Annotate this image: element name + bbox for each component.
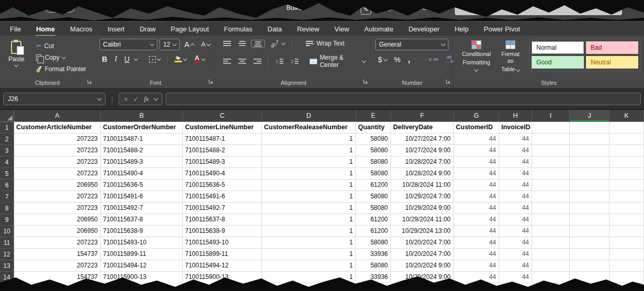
cell-K13[interactable] (610, 260, 644, 272)
cell-D6[interactable]: 1 (262, 180, 356, 191)
tab-developer[interactable]: Developer (408, 23, 440, 35)
cell-style-neutral[interactable]: Neutral (586, 56, 638, 69)
tab-home[interactable]: Home (36, 23, 55, 35)
column-header-C[interactable]: C (183, 110, 262, 122)
row-header-6[interactable]: 6 (0, 180, 14, 191)
cell-F2[interactable]: 10/27/2024 7:00 (391, 133, 454, 145)
cell-I2[interactable] (532, 133, 570, 145)
cell-E9[interactable]: 61200 (356, 214, 391, 226)
search-box[interactable] (455, 5, 622, 15)
cell-H14[interactable]: 44 (499, 272, 532, 283)
cell-C11[interactable]: 7100115493-10 (183, 237, 262, 249)
cell-E6[interactable]: 61200 (356, 180, 391, 191)
cell-K9[interactable] (610, 214, 644, 226)
cell-D9[interactable]: 1 (262, 214, 356, 226)
cell-C12[interactable]: 7100115899-11 (183, 249, 262, 260)
format-as-table-button[interactable]: Format as Table (495, 39, 526, 77)
underline-button[interactable]: U (122, 54, 132, 64)
cell-I8[interactable] (532, 203, 570, 214)
cell-F6[interactable]: 10/28/2024 11:00 (391, 180, 454, 191)
cell-F13[interactable]: 10/20/2024 9:00 (391, 260, 454, 272)
fx-chevron-icon[interactable] (154, 96, 158, 100)
cell-D13[interactable]: 1 (262, 260, 356, 272)
cell-E3[interactable]: 58080 (356, 145, 391, 156)
enter-icon[interactable]: ✓ (133, 95, 139, 103)
excel-app-icon[interactable]: X (23, 4, 33, 15)
grow-font-button[interactable]: A (182, 40, 197, 49)
increase-indent-button[interactable] (288, 58, 301, 65)
cell-F1[interactable]: DeliveryDate (391, 122, 454, 133)
cancel-icon[interactable]: × (124, 95, 128, 103)
cell-B6[interactable]: 7100115636-5 (101, 180, 183, 191)
cell-K7[interactable] (610, 191, 644, 203)
tab-formulas[interactable]: Formulas (224, 23, 253, 35)
cell-K5[interactable] (610, 168, 644, 180)
underline-chevron-icon[interactable] (134, 57, 138, 61)
alignment-dialog-launcher[interactable] (363, 76, 368, 86)
cell-K12[interactable] (610, 249, 644, 260)
cell-I14[interactable] (532, 272, 570, 283)
cell-A5[interactable]: 207223 (14, 168, 101, 180)
cell-A14[interactable]: 154737 (14, 272, 101, 283)
cell-C1[interactable]: CustomerLineNumber (183, 122, 262, 133)
cell-I3[interactable] (532, 145, 570, 156)
cell-J8[interactable] (570, 203, 610, 214)
row-header-7[interactable]: 7 (0, 191, 14, 203)
column-header-G[interactable]: G (454, 110, 499, 122)
cell-A1[interactable]: CustomerArticleNumber (14, 122, 101, 133)
paste-button[interactable]: Paste (4, 39, 29, 77)
cell-B1[interactable]: CustomerOrderNumber (101, 122, 183, 133)
align-left-button[interactable] (221, 58, 234, 65)
cell-J13[interactable] (570, 260, 610, 272)
cell-J11[interactable] (570, 237, 610, 249)
row-header-1[interactable]: 1 (0, 122, 14, 133)
cell-B10[interactable]: 7100115638-9 (101, 226, 183, 237)
cell-G12[interactable]: 44 (454, 249, 499, 260)
cell-D8[interactable]: 1 (262, 203, 356, 214)
cell-H8[interactable]: 44 (499, 203, 532, 214)
cell-J4[interactable] (570, 156, 610, 168)
italic-button[interactable]: I (112, 54, 120, 64)
align-center-button[interactable] (236, 58, 249, 65)
cell-A6[interactable]: 206950 (14, 180, 101, 191)
tab-macros[interactable]: Macros (70, 23, 93, 35)
cell-K8[interactable] (610, 203, 644, 214)
cell-C6[interactable]: 7100115636-5 (183, 180, 262, 191)
cell-C2[interactable]: 7100115487-1 (183, 133, 262, 145)
decrease-indent-button[interactable] (273, 58, 286, 65)
tab-data[interactable]: Data (267, 23, 282, 35)
cell-C3[interactable]: 7100115488-2 (183, 145, 262, 156)
cell-D4[interactable]: 1 (262, 156, 356, 168)
cell-J12[interactable] (570, 249, 610, 260)
cell-E11[interactable]: 58080 (356, 237, 391, 249)
cell-A13[interactable]: 207223 (14, 260, 101, 272)
column-header-K[interactable]: K (610, 110, 644, 122)
autosave-toggle[interactable] (45, 5, 74, 13)
tab-page-layout[interactable]: Page Layout (170, 23, 210, 35)
cell-D12[interactable]: 1 (262, 249, 356, 260)
cell-I11[interactable] (532, 237, 570, 249)
cell-E2[interactable]: 58080 (356, 133, 391, 145)
align-right-button[interactable] (251, 58, 264, 65)
cell-C10[interactable]: 7100115638-9 (183, 226, 262, 237)
select-all-corner[interactable] (0, 110, 14, 122)
cell-J3[interactable] (570, 145, 610, 156)
cell-D7[interactable]: 1 (262, 191, 356, 203)
cell-E7[interactable]: 58080 (356, 191, 391, 203)
column-header-J[interactable]: J (570, 110, 610, 122)
cell-D1[interactable]: CustomerRealeaseNumber (262, 122, 356, 133)
clipboard-dialog-launcher[interactable] (87, 76, 92, 86)
cell-J1[interactable] (570, 122, 610, 133)
paste-chevron-icon[interactable] (14, 63, 18, 67)
cell-F3[interactable]: 10/27/2024 9:00 (391, 145, 454, 156)
column-header-F[interactable]: F (391, 110, 454, 122)
cell-I1[interactable] (532, 122, 570, 133)
cell-C8[interactable]: 7100115492-7 (183, 203, 262, 214)
column-header-B[interactable]: B (101, 110, 183, 122)
column-header-H[interactable]: H (499, 110, 532, 122)
cell-H11[interactable]: 44 (499, 237, 532, 249)
cell-A4[interactable]: 207223 (14, 156, 101, 168)
cell-G10[interactable]: 44 (454, 226, 499, 237)
copy-button[interactable]: Copy (34, 53, 88, 62)
cell-H4[interactable]: 44 (499, 156, 532, 168)
